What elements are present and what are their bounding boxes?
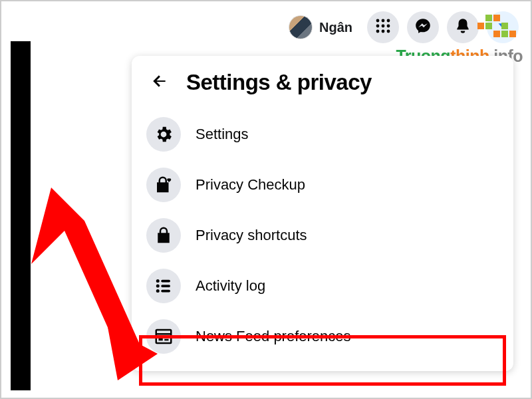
panel-header: Settings & privacy <box>138 64 507 109</box>
menu-item-label: News Feed preferences <box>196 328 351 345</box>
notifications-button[interactable] <box>447 11 479 43</box>
apps-button[interactable] <box>367 11 399 43</box>
bell-icon <box>454 17 471 37</box>
svg-rect-18 <box>161 280 170 283</box>
svg-point-3 <box>376 25 380 28</box>
feed-icon <box>146 319 181 354</box>
account-menu-button[interactable] <box>487 11 519 43</box>
profile-name: Ngân <box>319 20 352 35</box>
svg-rect-22 <box>161 290 170 293</box>
svg-point-7 <box>382 30 385 33</box>
svg-point-5 <box>387 25 390 28</box>
menu-item-privacy-shortcuts[interactable]: Privacy shortcuts <box>138 210 507 261</box>
svg-point-6 <box>376 30 380 33</box>
avatar <box>289 15 313 39</box>
settings-privacy-panel: Settings & privacy Settings Privacy Chec… <box>132 56 513 371</box>
lock-heart-icon <box>146 168 181 202</box>
menu-item-settings[interactable]: Settings <box>138 109 507 160</box>
svg-point-1 <box>382 19 385 23</box>
messenger-icon <box>414 17 432 37</box>
caret-down-icon <box>495 19 510 36</box>
svg-point-2 <box>387 19 390 23</box>
menu-item-label: Privacy shortcuts <box>196 227 307 244</box>
menu-item-news-feed-preferences[interactable]: News Feed preferences <box>138 311 507 362</box>
left-dark-strip <box>11 41 31 390</box>
menu-item-label: Activity log <box>196 277 265 295</box>
svg-point-21 <box>156 289 160 293</box>
panel-title: Settings & privacy <box>186 70 372 95</box>
list-icon <box>146 269 181 303</box>
messenger-button[interactable] <box>407 11 439 43</box>
back-button[interactable] <box>145 68 174 97</box>
menu-item-privacy-checkup[interactable]: Privacy Checkup <box>138 160 507 210</box>
svg-point-19 <box>156 285 160 288</box>
menu-item-label: Privacy Checkup <box>196 176 305 194</box>
top-bar: Ngân <box>282 11 519 44</box>
svg-point-8 <box>387 30 390 33</box>
svg-point-0 <box>376 19 380 23</box>
menu-item-activity-log[interactable]: Activity log <box>138 261 507 311</box>
grid-icon <box>375 18 391 37</box>
svg-point-17 <box>156 279 160 283</box>
svg-point-4 <box>382 25 385 28</box>
arrow-left-icon <box>151 72 168 92</box>
app-frame: Ngân <box>0 0 532 399</box>
svg-marker-23 <box>31 188 141 357</box>
profile-chip[interactable]: Ngân <box>282 13 359 42</box>
menu-item-label: Settings <box>196 126 249 143</box>
gear-icon <box>146 117 181 152</box>
lock-icon <box>146 218 181 253</box>
svg-rect-20 <box>161 285 170 287</box>
